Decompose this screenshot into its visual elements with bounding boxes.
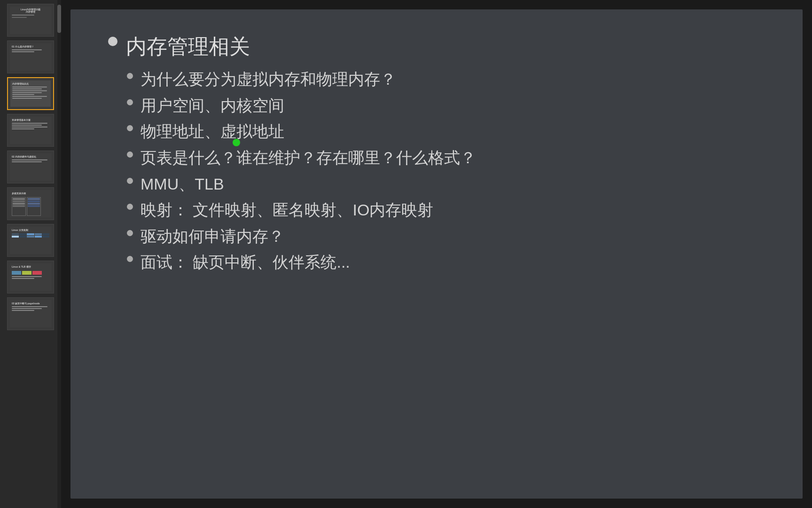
sub-bullet-item-8: 面试： 缺页中断、伙伴系统... <box>127 251 774 274</box>
sub-bullet-text-3: 物理地址、虚拟地址 <box>141 120 284 143</box>
sub-bullet-dot-2 <box>127 99 133 105</box>
sub-bullet-dot-3 <box>127 125 133 131</box>
slide-thumbnail-2[interactable]: 01 什么是内存管理？ <box>7 40 54 73</box>
scrollbar[interactable] <box>57 0 61 508</box>
slide-thumbnail-6[interactable]: 多级页表示例 <box>7 187 54 220</box>
slide-thumbnail-4[interactable]: 页表管理基本方案 <box>7 114 54 147</box>
sub-bullet-text-4: 页表是什么？谁在维护？存在哪里？什么格式？ <box>141 147 476 169</box>
slide-thumbnail-3[interactable]: 内存管理知识点 <box>7 77 54 110</box>
sub-bullet-item-4: 页表是什么？谁在维护？存在哪里？什么格式？ <box>127 147 774 169</box>
slide-display: 内存管理相关 为什么要分为虚拟内存和物理内存？ 用户空间、内核空间 物理地址、虚… <box>70 9 803 499</box>
top-bullet-list: 内存管理相关 <box>108 33 774 64</box>
slide-thumbnail-5[interactable]: 02 内存的硬件与虚拟化 <box>7 151 54 183</box>
top-bullet-item: 内存管理相关 <box>108 33 774 60</box>
slide-thumbnail-9[interactable]: 03 缺页中断与 page/inode <box>7 297 54 330</box>
sub-bullet-item-2: 用户空间、内核空间 <box>127 95 774 117</box>
sub-bullet-dot-8 <box>127 256 133 262</box>
sub-bullet-dot-6 <box>127 204 133 210</box>
scrollbar-thumb[interactable] <box>57 5 61 33</box>
slide-panel: Linux内存管理10题内存管理 01 什么是内存管理？ 内存管理知识点 页表管… <box>0 0 61 508</box>
sub-bullet-item-6: 映射： 文件映射、匿名映射、IO内存映射 <box>127 199 774 222</box>
top-bullet-dot <box>108 37 117 46</box>
sub-bullet-item-5: MMU、TLB <box>127 173 774 196</box>
sub-bullet-dot-5 <box>127 178 133 184</box>
cursor-indicator <box>233 139 240 146</box>
sub-bullet-text-1: 为什么要分为虚拟内存和物理内存？ <box>141 68 396 91</box>
sub-bullet-text-8: 面试： 缺页中断、伙伴系统... <box>141 251 350 274</box>
sub-bullet-text-7: 驱动如何申请内存？ <box>141 225 284 248</box>
sub-bullet-text-2: 用户空间、内核空间 <box>141 95 284 117</box>
sub-bullet-item-3: 物理地址、虚拟地址 <box>127 120 774 143</box>
top-bullet-text: 内存管理相关 <box>126 33 250 60</box>
sub-bullet-dot-1 <box>127 73 133 79</box>
main-content-area: 内存管理相关 为什么要分为虚拟内存和物理内存？ 用户空间、内核空间 物理地址、虚… <box>61 0 812 508</box>
slide-thumbnail-7[interactable]: Linux 分页机制 <box>7 224 54 257</box>
sub-bullet-text-6: 映射： 文件映射、匿名映射、IO内存映射 <box>141 199 433 222</box>
sub-bullet-dot-7 <box>127 230 133 236</box>
sub-bullet-dot-4 <box>127 151 133 158</box>
slide-thumbnail-8[interactable]: Linux & TLB 缓存 <box>7 261 54 294</box>
sub-bullet-item-1: 为什么要分为虚拟内存和物理内存？ <box>127 68 774 91</box>
sub-bullet-text-5: MMU、TLB <box>141 173 224 196</box>
sub-bullet-item-7: 驱动如何申请内存？ <box>127 225 774 248</box>
sub-bullet-list: 为什么要分为虚拟内存和物理内存？ 用户空间、内核空间 物理地址、虚拟地址 页表是… <box>127 68 774 278</box>
slide-thumbnail-1[interactable]: Linux内存管理10题内存管理 <box>7 4 54 37</box>
